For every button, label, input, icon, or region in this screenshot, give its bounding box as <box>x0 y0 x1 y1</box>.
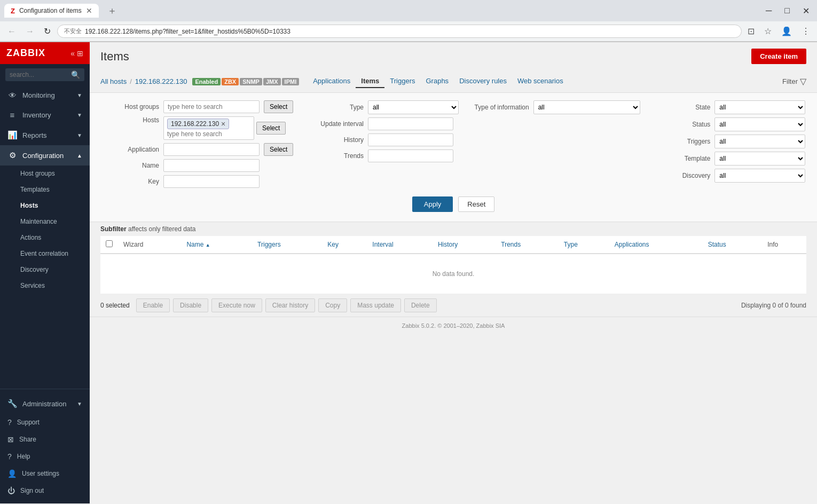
sidebar-item-configuration[interactable]: ⚙ Configuration ▲ <box>0 145 90 166</box>
host-tag-remove-btn[interactable]: × <box>221 120 225 128</box>
col-triggers[interactable]: Triggers <box>252 236 322 254</box>
key-input[interactable] <box>163 175 260 188</box>
pagination-info: Displaying 0 of 0 found <box>741 302 806 309</box>
col-name[interactable]: Name <box>181 236 252 254</box>
reset-button[interactable]: Reset <box>458 196 494 212</box>
execute-now-button[interactable]: Execute now <box>211 298 262 312</box>
sidebar-item-support[interactable]: ? Support <box>0 414 90 431</box>
app-footer: Zabbix 5.0.2. © 2001–2020, Zabbix SIA <box>90 317 817 334</box>
sidebar-item-administration[interactable]: 🔧 Administration ▼ <box>0 393 90 414</box>
sidebar-collapse-btn[interactable]: « <box>70 49 75 58</box>
type-of-info-select[interactable]: all Numeric (unsigned) Numeric (float) C… <box>533 100 640 114</box>
filter-toggle[interactable]: Filter ▽ <box>782 76 806 86</box>
sidebar-item-maintenance-label: Maintenance <box>20 218 57 225</box>
sidebar-item-actions[interactable]: Actions <box>0 230 90 246</box>
minimize-btn[interactable]: ─ <box>763 5 775 17</box>
sidebar-item-host-groups-label: Host groups <box>20 170 55 177</box>
maximize-btn[interactable]: □ <box>781 5 793 17</box>
tab-discovery-rules[interactable]: Discovery rules <box>454 75 512 88</box>
no-data-message: No data found. <box>100 254 806 294</box>
tab-applications[interactable]: Applications <box>308 75 356 88</box>
close-btn[interactable]: ✕ <box>799 5 813 17</box>
tab-items[interactable]: Items <box>356 75 384 88</box>
name-input[interactable] <box>163 159 260 172</box>
application-select-btn[interactable]: Select <box>264 143 293 156</box>
mass-update-button[interactable]: Mass update <box>350 298 401 312</box>
host-status-badges: Enabled ZBX SNMP JMX IPMI <box>192 78 299 85</box>
sidebar-item-actions-label: Actions <box>20 234 41 241</box>
col-history[interactable]: History <box>433 236 496 254</box>
sidebar-item-user-settings-label: User settings <box>22 470 59 477</box>
disable-button[interactable]: Disable <box>173 298 208 312</box>
tab-close-btn[interactable]: ✕ <box>86 6 92 15</box>
sidebar-item-services[interactable]: Services <box>0 278 90 294</box>
sidebar-nav: 👁 Monitoring ▼ ≡ Inventory ▼ 📊 Reports ▼… <box>0 85 90 389</box>
col-info: Info <box>762 236 806 254</box>
select-all-checkbox-header[interactable] <box>100 236 118 254</box>
breadcrumb-all-hosts[interactable]: All hosts <box>100 77 127 85</box>
sign-out-icon: ⏻ <box>7 486 15 495</box>
profile-btn[interactable]: 👤 <box>779 25 795 38</box>
template-select[interactable]: all <box>714 152 805 166</box>
reload-btn[interactable]: ↻ <box>41 25 54 38</box>
sidebar-item-user-settings[interactable]: 👤 User settings <box>0 465 90 482</box>
configuration-icon: ⚙ <box>7 151 17 160</box>
host-groups-input[interactable] <box>163 100 260 113</box>
sidebar-item-discovery[interactable]: Discovery <box>0 262 90 278</box>
sidebar-item-maintenance[interactable]: Maintenance <box>0 214 90 230</box>
clear-history-button[interactable]: Clear history <box>265 298 315 312</box>
support-icon: ? <box>7 418 12 427</box>
col-applications[interactable]: Applications <box>609 236 703 254</box>
type-select[interactable]: all Zabbix agent SNMP IPMI JMX <box>368 100 459 114</box>
host-groups-select-btn[interactable]: Select <box>264 100 293 113</box>
tab-triggers[interactable]: Triggers <box>384 75 420 88</box>
hosts-select-btn[interactable]: Select <box>256 122 286 135</box>
sidebar-item-inventory[interactable]: ≡ Inventory ▼ <box>0 105 90 125</box>
menu-btn[interactable]: ⋮ <box>799 25 813 38</box>
tab-web-scenarios[interactable]: Web scenarios <box>512 75 569 88</box>
configuration-arrow-icon: ▲ <box>77 153 82 159</box>
cast-btn[interactable]: ⊡ <box>745 25 757 38</box>
col-key[interactable]: Key <box>322 236 367 254</box>
apply-button[interactable]: Apply <box>412 196 453 212</box>
sidebar-item-hosts[interactable]: Hosts <box>0 198 90 214</box>
sidebar-item-monitoring[interactable]: 👁 Monitoring ▼ <box>0 85 90 105</box>
status-select[interactable]: all Enabled Disabled <box>714 117 805 131</box>
col-type[interactable]: Type <box>559 236 609 254</box>
history-input[interactable] <box>368 133 453 146</box>
sidebar-item-templates-label: Templates <box>20 186 50 193</box>
sidebar-item-reports[interactable]: 📊 Reports ▼ <box>0 125 90 145</box>
delete-button[interactable]: Delete <box>404 298 437 312</box>
application-input[interactable] <box>163 143 260 156</box>
bookmark-btn[interactable]: ☆ <box>761 25 774 38</box>
sidebar-item-templates[interactable]: Templates <box>0 182 90 198</box>
state-select[interactable]: all Normal Not supported <box>714 100 805 114</box>
trends-input[interactable] <box>368 149 453 162</box>
col-trends[interactable]: Trends <box>496 236 559 254</box>
hosts-search-input[interactable] <box>167 130 231 138</box>
col-status[interactable]: Status <box>703 236 763 254</box>
sidebar-item-share[interactable]: ⊠ Share <box>0 431 90 448</box>
tab-graphs[interactable]: Graphs <box>420 75 454 88</box>
back-btn[interactable]: ← <box>4 25 19 38</box>
help-icon: ? <box>7 452 12 461</box>
col-interval[interactable]: Interval <box>367 236 433 254</box>
update-interval-input[interactable] <box>368 117 453 130</box>
breadcrumb-current-host[interactable]: 192.168.222.130 <box>135 77 187 85</box>
discovery-select[interactable]: all Yes No <box>714 169 805 183</box>
sort-name-icon <box>206 241 210 248</box>
new-tab-btn[interactable]: ＋ <box>103 3 121 18</box>
sidebar-expand-btn[interactable]: ⊞ <box>77 49 83 58</box>
select-all-checkbox[interactable] <box>106 240 113 247</box>
sidebar-item-help[interactable]: ? Help <box>0 448 90 465</box>
sidebar-item-sign-out[interactable]: ⏻ Sign out <box>0 482 90 499</box>
forward-btn[interactable]: → <box>22 25 37 38</box>
enable-button[interactable]: Enable <box>136 298 170 312</box>
create-item-button[interactable]: Create item <box>751 49 806 64</box>
copy-button[interactable]: Copy <box>318 298 347 312</box>
sidebar-item-event-correlation[interactable]: Event correlation <box>0 246 90 262</box>
host-tabs: Applications Items Triggers Graphs Disco… <box>308 75 569 88</box>
discovery-label: Discovery <box>651 172 710 179</box>
sidebar-item-host-groups[interactable]: Host groups <box>0 166 90 182</box>
triggers-select[interactable]: all Yes No <box>714 135 805 148</box>
